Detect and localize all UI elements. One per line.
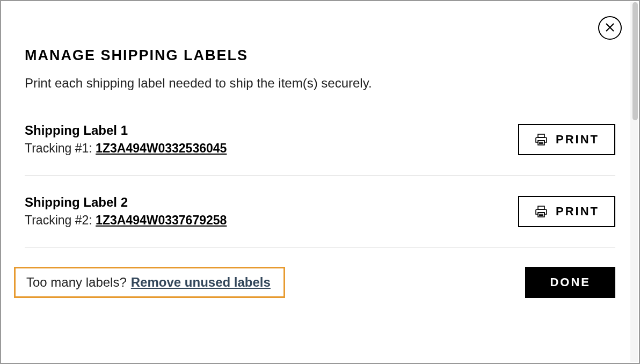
- svg-rect-3: [538, 141, 544, 145]
- tracking-prefix: Tracking #2:: [25, 213, 96, 227]
- tracking-line: Tracking #1: 1Z3A494W0332536045: [25, 141, 518, 156]
- remove-unused-labels-link[interactable]: Remove unused labels: [131, 275, 271, 290]
- scrollbar-thumb[interactable]: [632, 2, 638, 120]
- print-button-label: PRINT: [556, 205, 599, 219]
- manage-shipping-labels-modal: MANAGE SHIPPING LABELS Print each shippi…: [1, 1, 639, 319]
- tracking-line: Tracking #2: 1Z3A494W0337679258: [25, 213, 518, 228]
- svg-rect-7: [538, 213, 544, 217]
- tracking-number-link[interactable]: 1Z3A494W0337679258: [96, 213, 227, 227]
- shipping-label-row: Shipping Label 1 Tracking #1: 1Z3A494W03…: [25, 123, 615, 176]
- done-button[interactable]: DONE: [525, 267, 615, 298]
- remove-labels-highlight: Too many labels? Remove unused labels: [14, 267, 285, 298]
- shipping-label-name: Shipping Label 1: [25, 123, 518, 138]
- shipping-label-info: Shipping Label 1 Tracking #1: 1Z3A494W03…: [25, 123, 518, 156]
- tracking-prefix: Tracking #1:: [25, 141, 96, 155]
- svg-rect-2: [538, 134, 544, 137]
- shipping-label-info: Shipping Label 2 Tracking #2: 1Z3A494W03…: [25, 195, 518, 228]
- tracking-number-link[interactable]: 1Z3A494W0332536045: [96, 141, 227, 155]
- modal-title: MANAGE SHIPPING LABELS: [25, 47, 615, 64]
- printer-icon: [534, 205, 548, 219]
- modal-footer: Too many labels? Remove unused labels DO…: [25, 267, 615, 298]
- close-icon: [605, 22, 615, 34]
- shipping-label-name: Shipping Label 2: [25, 195, 518, 210]
- modal-subtitle: Print each shipping label needed to ship…: [25, 76, 615, 91]
- print-button-label: PRINT: [556, 133, 599, 147]
- close-button[interactable]: [598, 16, 622, 40]
- too-many-labels-text: Too many labels?: [26, 275, 127, 290]
- svg-rect-6: [538, 206, 544, 209]
- print-button[interactable]: PRINT: [518, 124, 615, 155]
- shipping-label-row: Shipping Label 2 Tracking #2: 1Z3A494W03…: [25, 195, 615, 247]
- print-button[interactable]: PRINT: [518, 196, 615, 227]
- printer-icon: [534, 133, 548, 147]
